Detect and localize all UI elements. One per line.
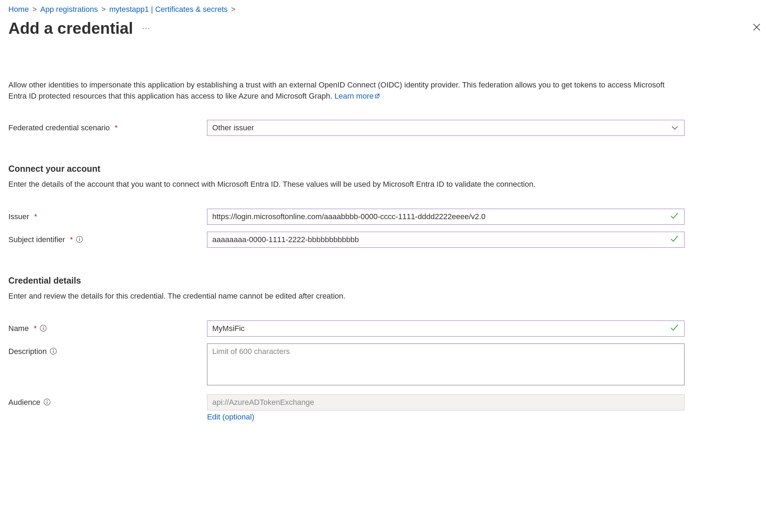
intro-paragraph: Allow other identities to impersonate th… [8, 79, 671, 102]
info-icon[interactable] [39, 324, 47, 333]
more-actions-button[interactable]: ··· [141, 22, 152, 34]
description-label: Description [8, 344, 207, 356]
learn-more-link[interactable]: Learn more [334, 92, 380, 100]
external-link-icon [374, 92, 380, 100]
scenario-label: Federated credential scenario* [8, 120, 207, 132]
scenario-select[interactable]: Other issuer [207, 120, 685, 136]
chevron-right-icon: > [101, 5, 106, 14]
info-icon[interactable] [43, 398, 51, 407]
issuer-label: Issuer* [8, 209, 207, 221]
svg-point-12 [47, 400, 47, 401]
audience-label: Audience [8, 394, 207, 407]
breadcrumb-item-app-registrations[interactable]: App registrations [40, 5, 98, 14]
credential-details-desc: Enter and review the details for this cr… [8, 291, 671, 302]
connect-account-desc: Enter the details of the account that yo… [8, 179, 671, 190]
svg-point-3 [79, 237, 80, 238]
audience-edit-link[interactable]: Edit (optional) [207, 413, 254, 422]
svg-rect-4 [79, 239, 80, 241]
svg-point-9 [53, 349, 54, 350]
chevron-right-icon: > [32, 5, 37, 14]
info-icon[interactable] [76, 235, 83, 244]
close-icon [752, 22, 762, 32]
audience-input [207, 394, 685, 410]
breadcrumb-item-home[interactable]: Home [8, 5, 29, 14]
info-icon[interactable] [49, 347, 57, 356]
title-row: Add a credential ··· [8, 19, 764, 38]
breadcrumb-item-certificates-secrets[interactable]: mytestapp1 | Certificates & secrets [109, 5, 228, 14]
credential-details-heading: Credential details [8, 276, 764, 286]
subject-identifier-label: Subject identifier* [8, 232, 207, 244]
svg-rect-7 [43, 327, 44, 330]
svg-rect-13 [47, 401, 47, 404]
name-label: Name* [8, 321, 207, 333]
svg-rect-10 [53, 350, 54, 353]
connect-account-heading: Connect your account [8, 164, 764, 174]
breadcrumb: Home > App registrations > mytestapp1 | … [8, 5, 764, 14]
svg-point-6 [43, 326, 44, 327]
chevron-right-icon: > [231, 5, 236, 14]
issuer-input[interactable] [207, 209, 685, 225]
name-input[interactable] [207, 321, 685, 337]
page-title: Add a credential [8, 19, 133, 38]
description-textarea[interactable] [207, 344, 685, 385]
subject-identifier-input[interactable] [207, 232, 685, 248]
close-button[interactable] [750, 20, 764, 36]
